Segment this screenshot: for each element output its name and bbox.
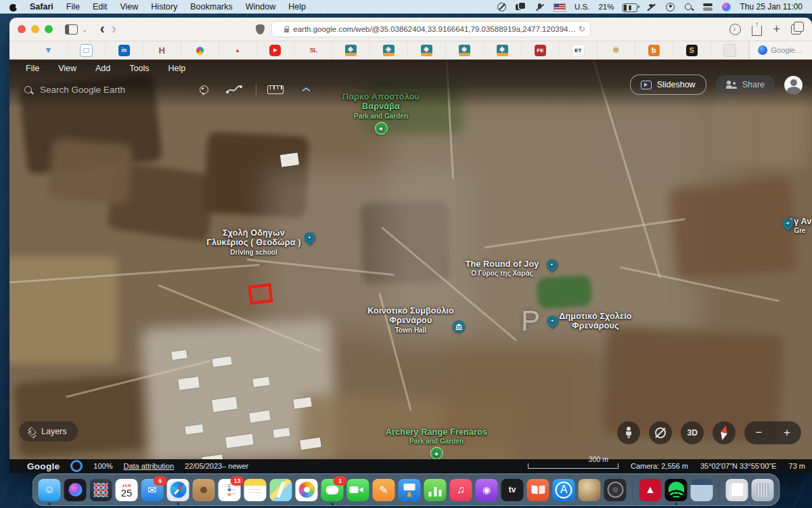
dock-globe[interactable] [579, 479, 601, 501]
dock-messages[interactable]: 1 [321, 479, 344, 501]
dock-maps[interactable] [270, 479, 292, 501]
dock-reminders[interactable]: 13 [219, 479, 241, 501]
account-avatar[interactable] [784, 76, 803, 94]
dock-pages[interactable]: ✎ [373, 479, 395, 501]
favorite-filter[interactable]: ▼ [43, 45, 54, 56]
zoom-out-button[interactable]: − [744, 426, 773, 440]
minimize-window-button[interactable] [31, 25, 39, 33]
favorite-bank[interactable] [383, 45, 394, 56]
compass-button[interactable] [713, 421, 736, 444]
poi-town-hall[interactable]: Κοινοτικό ΣυμβούλιοΦρενάρουTown Hall [367, 306, 454, 334]
place-pin-icon[interactable]: + [780, 216, 796, 232]
poi-school-frenarou[interactable]: Δημοτικό ΣχολείοΦρενάρους• [559, 312, 631, 331]
earth-menu-help[interactable]: Help [168, 64, 185, 73]
tab-overview-icon[interactable] [791, 24, 801, 35]
earth-menu-file[interactable]: File [26, 64, 39, 73]
dock-appstore[interactable]: A [553, 479, 575, 501]
dock-acrobat[interactable]: ▲ [639, 479, 662, 501]
place-pin-icon[interactable]: • [545, 257, 560, 273]
dock-trash[interactable] [752, 479, 774, 501]
wifi-off-icon[interactable] [646, 3, 656, 12]
dock-podcasts[interactable]: ◉ [476, 479, 498, 501]
poi-driving-school[interactable]: Σχολή ΟδηγώνΓλυκέριος ( Θεοδώρα )Driving… [206, 228, 300, 256]
dock-keynote[interactable] [399, 479, 421, 501]
data-attribution-link[interactable]: Data attribution [123, 462, 174, 470]
dock-window[interactable] [691, 479, 713, 501]
dock-mail[interactable]: ✉6 [141, 479, 164, 501]
menu-file[interactable]: File [66, 2, 80, 12]
apple-menu-icon[interactable] [9, 2, 18, 12]
slideshow-button[interactable]: Slideshow [630, 75, 706, 95]
menu-safari[interactable]: Safari [30, 2, 53, 12]
menu-help[interactable]: Help [288, 2, 306, 12]
search-icon[interactable] [24, 86, 32, 93]
dock-numbers[interactable] [424, 479, 447, 501]
menu-edit[interactable]: Edit [93, 2, 108, 12]
add-placemark-icon[interactable] [200, 85, 208, 94]
draw-path-icon[interactable] [226, 84, 242, 95]
dock-facetime[interactable] [347, 479, 369, 501]
privacy-shield-icon[interactable] [256, 24, 265, 35]
favorite-sl[interactable]: SL [307, 45, 319, 56]
sidebar-icon[interactable] [65, 24, 78, 35]
zoom-in-button[interactable]: + [773, 426, 801, 440]
forward-button[interactable]: › [112, 20, 116, 38]
back-button[interactable]: ‹ [99, 20, 104, 38]
orbit-off-button[interactable] [649, 421, 672, 444]
favorite-s[interactable]: S [686, 45, 698, 56]
menubar-clock[interactable]: Thu 25 Jan 11:00 [740, 2, 803, 12]
spotlight-icon[interactable] [684, 3, 694, 12]
park-tree-icon[interactable]: ♠ [374, 122, 387, 135]
town-hall-icon[interactable] [453, 320, 465, 333]
mic-off-icon[interactable] [535, 3, 545, 12]
user-circle-icon[interactable] [665, 3, 675, 12]
menu-bookmarks[interactable]: Bookmarks [190, 2, 233, 12]
poi-church[interactable]: Αγ ΑνGre+ [788, 217, 811, 234]
search-input[interactable]: Search Google Earth [40, 85, 162, 95]
dock-books[interactable] [527, 479, 549, 501]
us-flag-icon[interactable] [554, 3, 566, 12]
favorite-frame[interactable] [80, 44, 93, 57]
downloads-icon[interactable] [729, 24, 741, 35]
dock-safari[interactable] [167, 479, 189, 501]
pegman-button[interactable] [617, 421, 640, 444]
favorite-b[interactable]: b [648, 45, 660, 56]
park-tree-icon[interactable]: ♠ [430, 447, 443, 459]
place-pin-icon[interactable]: • [545, 314, 560, 329]
reload-icon[interactable]: ↻ [579, 24, 585, 34]
active-tab[interactable]: Google… [749, 41, 812, 59]
dock-notes[interactable] [244, 479, 267, 501]
menu-view[interactable]: View [120, 2, 138, 12]
favorite-linkedin[interactable]: in [118, 45, 130, 56]
share-icon[interactable] [752, 26, 762, 36]
favorite-gmaps[interactable] [194, 45, 206, 56]
menu-history[interactable]: History [151, 2, 177, 12]
favorite-doc[interactable] [723, 44, 736, 57]
favorite-tri[interactable]: ▲ [232, 45, 244, 56]
red-polygon-marker[interactable] [248, 283, 273, 305]
control-center-icon[interactable] [703, 3, 713, 12]
favorite-flower[interactable]: ✽ [610, 45, 622, 56]
favorite-et[interactable]: ET [572, 44, 585, 57]
dock-tv[interactable]: tv [501, 479, 524, 501]
url-text[interactable]: earth.google.com/web/@35.03862404,33.916… [293, 25, 577, 33]
dock-music[interactable]: ♫ [450, 479, 472, 501]
toggle-3d-button[interactable]: 3D [681, 421, 704, 444]
sidebar-chevron-icon[interactable]: ⌄ [82, 26, 87, 33]
dock-contacts[interactable]: ☻ [193, 479, 215, 501]
earth-menu-view[interactable]: View [58, 64, 76, 73]
favorite-youtube[interactable]: ▶ [269, 45, 281, 56]
menu-window[interactable]: Window [246, 2, 275, 12]
dock-calendar[interactable]: JAN25 [116, 479, 138, 501]
collapse-chevron-icon[interactable] [302, 86, 309, 93]
dock-stack[interactable] [726, 479, 748, 501]
dock-finder[interactable]: ☺ [39, 479, 61, 501]
dnd-icon[interactable] [497, 3, 507, 12]
poi-round-of-joy[interactable]: The Round of JoyΟ Γύρος της Χαράς• [466, 259, 539, 277]
favorite-bank[interactable] [497, 45, 508, 56]
battery-icon[interactable]: ▮ [623, 3, 637, 12]
dock-spotify[interactable] [665, 479, 687, 501]
siri-orb-icon[interactable] [722, 3, 731, 12]
close-window-button[interactable] [18, 25, 26, 33]
new-tab-icon[interactable]: + [773, 22, 780, 37]
